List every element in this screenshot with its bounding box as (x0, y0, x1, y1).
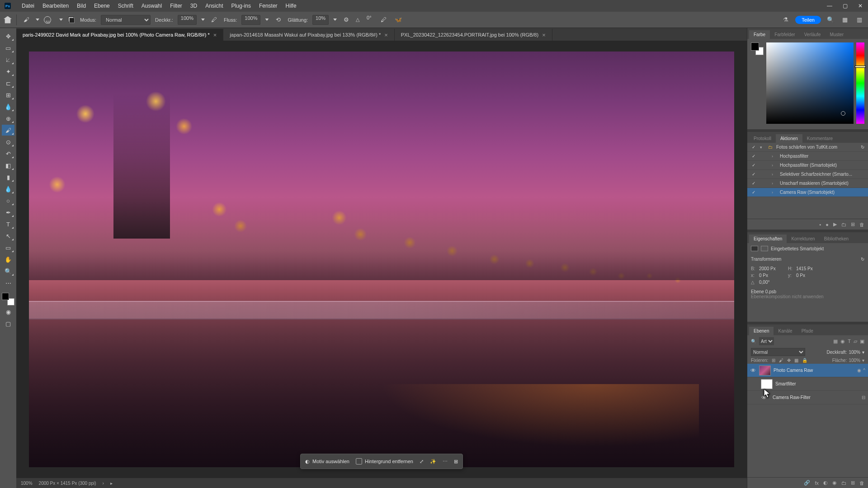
tab-close-icon[interactable]: × (384, 32, 388, 38)
layer-smartfilter[interactable]: Smartfilter (747, 377, 868, 391)
menu-image[interactable]: Bild (77, 3, 86, 9)
tab-history[interactable]: Protokoll (749, 134, 776, 143)
y-field[interactable] (796, 273, 819, 278)
pen-tool[interactable]: ✒ (2, 207, 14, 218)
eraser-tool[interactable]: ◧ (2, 160, 14, 171)
frame-tool[interactable]: ⊞ (2, 89, 14, 100)
beaker-icon[interactable]: ⚗ (781, 15, 791, 25)
action-item[interactable]: ✓›Hochpassfilter (Smartobjekt) (747, 161, 868, 170)
flow-value[interactable]: 100% (241, 15, 260, 25)
x-field[interactable] (759, 273, 782, 278)
blend-mode-select[interactable]: Normal (751, 348, 805, 356)
share-button[interactable]: Teilen (795, 16, 821, 24)
new-set-icon[interactable]: 🗀 (841, 222, 846, 227)
tab-close-icon[interactable]: × (213, 32, 217, 38)
more-icon[interactable]: ⋯ (443, 459, 448, 465)
reset-icon[interactable]: ↻ (861, 257, 864, 262)
tab-patterns[interactable]: Muster (825, 30, 848, 39)
action-item[interactable]: ✓›Selektiver Scharfzeichner (Smarto... (747, 170, 868, 179)
action-item-selected[interactable]: ✓›Camera Raw (Smartobjekt) (747, 188, 868, 197)
status-caret-icon[interactable]: › (103, 481, 104, 486)
tab-libraries[interactable]: Bibliotheken (820, 235, 853, 243)
dodge-tool[interactable]: ○ (2, 195, 14, 206)
close-icon[interactable]: ✕ (857, 3, 863, 9)
smooth-value[interactable]: 10% (312, 15, 329, 25)
filter-smart-icon[interactable]: ▣ (860, 338, 864, 344)
layer-opacity[interactable]: 100% (849, 350, 860, 355)
tab-properties[interactable]: Eigenschaften (749, 235, 787, 243)
shape-tool[interactable]: ▭ (2, 242, 14, 253)
action-folder[interactable]: ✓▾🗀Fotos schärfen von TutKit.com↻ (747, 143, 868, 152)
gradient-tool[interactable]: ▮ (2, 172, 14, 183)
filter-adjust-icon[interactable]: ◉ (840, 338, 845, 344)
lock-nesting-icon[interactable]: ▦ (794, 358, 798, 363)
play-icon[interactable]: ▶ (833, 221, 837, 227)
airbrush-icon[interactable]: ⟲ (273, 15, 283, 25)
opacity-dropdown-icon[interactable] (201, 19, 205, 21)
lock-all-icon[interactable]: 🔒 (802, 358, 807, 363)
opacity-value[interactable]: 100% (178, 15, 197, 25)
menu-file[interactable]: Datei (22, 3, 34, 9)
tool-dropdown-icon[interactable] (36, 19, 39, 21)
menu-edit[interactable]: Bearbeiten (42, 3, 69, 9)
smartfilter-visible-icon[interactable]: ◉ (857, 368, 861, 373)
menu-type[interactable]: Schrift (118, 3, 133, 9)
color-swatches[interactable] (2, 293, 14, 305)
action-item[interactable]: ✓›Unscharf maskieren (Smartobjekt) (747, 179, 868, 188)
smooth-options-icon[interactable]: ⚙ (341, 15, 351, 25)
new-layer-icon[interactable]: ⊞ (851, 480, 855, 486)
screen-mode-icon[interactable]: ▢ (2, 318, 14, 329)
menu-layer[interactable]: Ebene (94, 3, 110, 9)
blend-options-icon[interactable]: ⊟ (862, 395, 865, 400)
action-item[interactable]: ✓›Hochpassfilter (747, 152, 868, 161)
tab-paths[interactable]: Pfade (797, 327, 818, 335)
visibility-icon[interactable]: 👁 (750, 367, 756, 374)
blur-tool[interactable]: 💧 (2, 183, 14, 194)
path-tool[interactable]: ↖ (2, 230, 14, 241)
layer-camera-raw-filter[interactable]: 👁 Camera Raw-Filter ⊟ (747, 391, 868, 404)
lock-position-icon[interactable]: ✥ (787, 358, 791, 363)
layer-photo-camera-raw[interactable]: 👁 Photo Camera Raw ◉^ (747, 364, 868, 377)
filter-mask-thumb[interactable] (761, 379, 773, 389)
selection-tool[interactable]: ✦ (2, 66, 14, 77)
layer-filter-select[interactable]: Art (759, 337, 774, 345)
angle-field[interactable] (759, 280, 782, 285)
tab-pxl[interactable]: PXL_20230422_122623454.PORTRAIT.jpg bei … (395, 29, 552, 41)
menu-view[interactable]: Ansicht (205, 3, 223, 9)
tab-adjustments[interactable]: Korrekturen (787, 235, 819, 243)
menu-filter[interactable]: Filter (170, 3, 182, 9)
brush-tool-icon[interactable]: 🖌 (21, 15, 31, 25)
more-tools[interactable]: ⋯ (2, 277, 14, 288)
tab-swatches[interactable]: Farbfelder (770, 30, 800, 39)
width-field[interactable] (759, 266, 782, 271)
marquee-tool[interactable]: ▭ (2, 42, 14, 53)
transform-icon[interactable]: ⤢ (420, 459, 424, 465)
delete-icon[interactable]: 🗑 (859, 480, 864, 486)
filter-type-icon[interactable]: T (848, 338, 851, 344)
hue-slider[interactable] (856, 42, 864, 124)
color-fg-bg[interactable] (751, 42, 764, 55)
canvas-viewport[interactable]: ◐Motiv auswählen Hintergrund entfernen ⤢… (16, 41, 747, 478)
tab-layers[interactable]: Ebenen (749, 327, 774, 335)
fx-icon[interactable]: fx (815, 480, 819, 486)
layer-search-icon[interactable]: 🔍 (751, 339, 756, 344)
smooth-dropdown-icon[interactable] (333, 19, 337, 21)
link-icon[interactable]: 🔗 (804, 480, 810, 486)
lock-transparent-icon[interactable]: ⊞ (772, 358, 775, 363)
opacity-dd-icon[interactable]: ▾ (862, 350, 864, 355)
type-tool[interactable]: T (2, 219, 14, 230)
hand-tool[interactable]: ✋ (2, 254, 14, 265)
collapse-icon[interactable]: ^ (863, 368, 865, 373)
healing-tool[interactable]: ⊕ (2, 113, 14, 124)
tab-actions[interactable]: Aktionen (776, 134, 802, 143)
tab-comments[interactable]: Kommentare (802, 134, 837, 143)
home-icon[interactable] (4, 16, 12, 23)
color-picker-field[interactable] (766, 42, 854, 124)
eyedropper-tool[interactable]: 💧 (2, 101, 14, 112)
symmetry-icon[interactable]: 🦋 (393, 15, 403, 25)
trash-icon[interactable]: 🗑 (859, 222, 864, 227)
height-field[interactable] (796, 266, 819, 271)
brush-dropdown-icon[interactable] (59, 19, 63, 21)
search-icon[interactable]: 🔍 (826, 15, 835, 25)
lock-paint-icon[interactable]: 🖌 (779, 358, 783, 363)
